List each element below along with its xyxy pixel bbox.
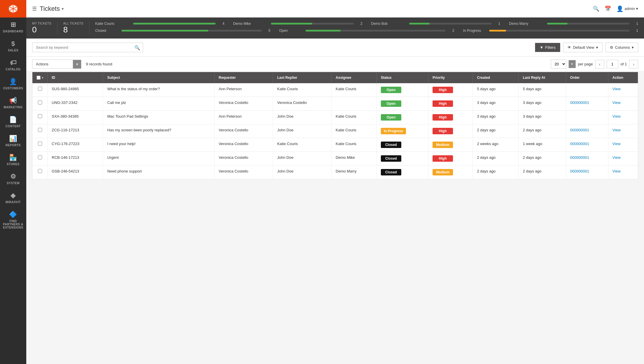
pagination: 20 ▾ per page ‹ of 1 › [551,60,638,69]
agent-name-3: Demo Marry [509,22,544,26]
row-last-replier: Katie Couris [273,138,331,152]
th-assignee: Assignee [331,72,377,83]
th-order: Order [566,72,608,83]
status-bar-0 [121,30,262,32]
status-badge: Closed [381,169,401,175]
dashboard-icon: ⊞ [11,21,16,29]
th-last-reply: Last Reply At [519,72,566,83]
agent-bar-0 [133,23,216,25]
row-id: RCB-146-17213 [48,152,103,166]
next-page-button[interactable]: › [629,60,638,69]
sidebar-logo[interactable] [0,0,26,18]
page-of-label: of 1 [621,62,627,66]
sidebar-item-reports[interactable]: 📊 Reports [0,131,26,150]
sidebar-item-catalog[interactable]: 🏷 Catalog [0,55,26,74]
prev-page-button[interactable]: ‹ [595,60,604,69]
order-link[interactable]: 000000001 [570,128,589,132]
row-requester: Veronica Costello [214,97,273,111]
title-dropdown-arrow[interactable]: ▾ [62,6,64,11]
actions-dropdown-arrow[interactable]: ▾ [73,60,81,69]
table-row: RCB-146-17213 Urgent Veronica Costello J… [32,152,638,166]
order-link[interactable]: 000000001 [570,155,589,160]
sidebar-item-label: Mirasvit [6,201,21,204]
filter-button[interactable]: ▼ Filters [535,43,560,52]
sidebar-item-content[interactable]: 📄 Content [0,112,26,131]
th-subject: Subject [103,72,214,83]
row-checkbox[interactable] [38,169,42,173]
view-link[interactable]: View [612,100,621,105]
row-checkbox[interactable] [38,128,42,132]
view-button[interactable]: 👁 Default View ▾ [563,43,603,52]
my-tickets-label: My Tickets [32,22,51,25]
calendar-icon[interactable]: 📅 [605,6,611,12]
row-checkbox[interactable] [38,87,42,91]
page-input[interactable] [607,60,618,68]
status-badge: In Progress [381,128,406,134]
search-icon[interactable]: 🔍 [593,6,599,12]
admin-menu[interactable]: 👤 admin ▾ [616,5,638,12]
per-page-arrow[interactable]: ▾ [569,60,576,68]
order-link[interactable]: 000000001 [570,169,589,173]
row-checkbox[interactable] [38,114,42,118]
agent-bar-fill-3 [547,23,568,25]
my-tickets-value: 0 [32,25,51,34]
sidebar-item-sales[interactable]: $ Sales [0,36,26,55]
row-created: 2 days ago [473,152,519,166]
per-page-select[interactable]: 20 [551,60,566,69]
row-assignee: Katie Couris [331,111,377,124]
priority-badge: High [433,128,453,134]
row-checkbox-cell [32,166,48,179]
toolbar-right: ▼ Filters 👁 Default View ▾ ⚙ Columns ▾ [535,43,638,52]
row-checkbox[interactable] [38,155,42,159]
sidebar-item-mirasvit[interactable]: ◆ Mirasvit [0,188,26,207]
view-link[interactable]: View [612,114,621,119]
records-count: 9 records found [86,62,112,66]
search-input[interactable] [32,43,143,52]
row-checkbox[interactable] [38,100,42,105]
search-submit-icon[interactable]: 🔍 [134,45,140,50]
mirasvit-icon: ◆ [11,192,16,199]
columns-button[interactable]: ⚙ Columns ▾ [605,43,638,52]
agent-bars-row: Katie Couris 4 Demo Mike 2 Demo Bob 1 [95,22,638,26]
marketing-icon: 📢 [9,97,17,105]
status-name-0: Closed [95,29,119,33]
sidebar-item-find-partners[interactable]: 🔷 Find Partners & Extensions [0,207,26,233]
menu-icon[interactable]: ☰ [32,6,37,12]
status-badge: Open [381,87,401,93]
sidebar-item-dashboard[interactable]: ⊞ Dashboard [0,18,26,36]
row-id: CYG-176-27223 [48,138,103,152]
sidebar-item-system[interactable]: ⚙ System [0,169,26,188]
sidebar-item-stores[interactable]: 🏪 Stores [0,150,26,169]
actions-select[interactable]: Actions [32,60,73,69]
row-checkbox-cell [32,111,48,124]
order-link[interactable]: 000000001 [570,142,589,146]
row-last-reply: 5 days ago [519,83,566,97]
order-link[interactable]: 000000001 [570,100,589,105]
sidebar-item-marketing[interactable]: 📢 Marketing [0,93,26,112]
find-partners-icon: 🔷 [9,211,17,218]
row-assignee: Demo Mike [331,152,377,166]
view-link[interactable]: View [612,169,621,173]
view-link[interactable]: View [612,142,621,146]
view-link[interactable]: View [612,87,621,91]
row-created: 2 days ago [473,124,519,138]
row-action: View [608,97,638,111]
content-icon: 📄 [9,116,17,123]
select-all-dropdown[interactable]: ▾ [42,76,43,79]
sales-icon: $ [11,40,15,48]
select-all-checkbox[interactable] [37,76,41,80]
agent-name-1: Demo Mike [233,22,268,26]
row-requester: Ann Peterson [214,83,273,97]
view-link[interactable]: View [612,155,621,160]
view-link[interactable]: View [612,128,621,132]
row-action: View [608,124,638,138]
row-priority: High [428,152,473,166]
topbar-right: 🔍 📅 👤 admin ▾ [593,5,638,12]
row-status: In Progress [376,124,428,138]
status-bar-fill-0 [121,30,208,32]
th-priority: Priority [428,72,473,83]
agent-name-0: Katie Couris [95,22,130,26]
page-content: My Tickets 0 All Tickets 8 Katie Couris … [26,18,644,364]
sidebar-item-customers[interactable]: 👤 Customers [0,74,26,93]
row-checkbox[interactable] [38,142,42,146]
